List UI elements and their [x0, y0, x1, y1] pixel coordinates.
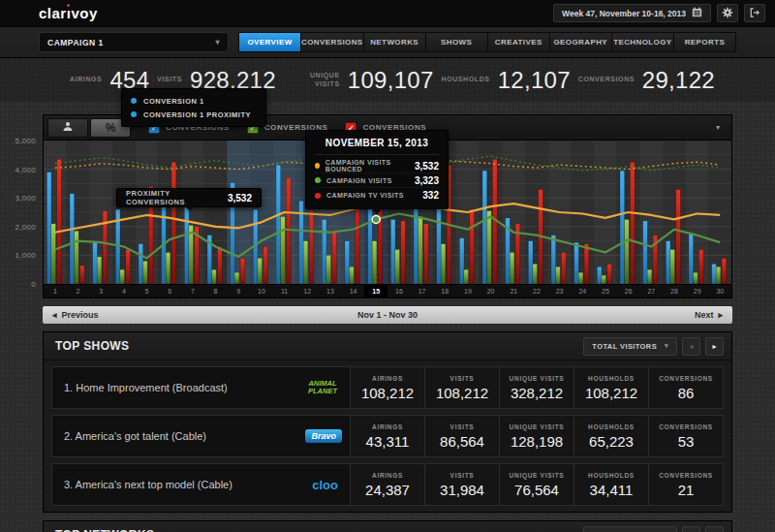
- tooltip-label: PROXIMITY CONVERSIONS: [126, 189, 228, 206]
- x-label-day-24[interactable]: 24: [571, 285, 594, 297]
- x-label-day-28[interactable]: 28: [663, 285, 686, 297]
- tooltip-row: CAMPAIGN VISITS BOUNCED3,532: [315, 159, 439, 173]
- section-title: TOP SHOWS: [55, 339, 130, 353]
- x-label-day-25[interactable]: 25: [594, 285, 617, 297]
- audience-toggle-button[interactable]: [47, 118, 88, 138]
- show-row[interactable]: 3. America's next top model (Cable)clooA…: [51, 463, 724, 506]
- app-logo: clarıvoy: [39, 5, 98, 21]
- top-shows-list: 1. Home Improvement (Broadcast)ANIMAL PL…: [44, 366, 731, 506]
- x-label-day-15[interactable]: 15: [364, 285, 388, 297]
- x-label-day-29[interactable]: 29: [686, 285, 709, 297]
- x-label-day-9[interactable]: 9: [227, 285, 250, 297]
- tooltip-row-label: CAMPAIGN TV VISITS: [326, 192, 404, 199]
- page-right-button[interactable]: ▸: [705, 337, 724, 356]
- top-shows-controls: TOTAL VISITORS ▾ ◂ ▸: [583, 337, 724, 356]
- x-label-day-30[interactable]: 30: [708, 285, 731, 297]
- metric-airings: AIRINGS43,311: [351, 416, 424, 456]
- series-dot-icon: [315, 177, 321, 183]
- metric-unique-visits: UNIQUE VISITS128,198: [499, 416, 574, 456]
- x-label-day-8[interactable]: 8: [204, 285, 228, 297]
- previous-button[interactable]: ◂ Previous: [52, 310, 99, 320]
- metric-value: 108,212: [436, 385, 488, 401]
- tab-creatives[interactable]: CREATIVES: [488, 32, 550, 52]
- x-label-day-21[interactable]: 21: [502, 285, 525, 297]
- x-label-day-4[interactable]: 4: [112, 285, 136, 297]
- y-tick-0: 0: [31, 280, 36, 289]
- tooltip-title: NOVEMBER 15, 2013: [315, 138, 439, 155]
- tab-reports[interactable]: REPORTS: [674, 32, 736, 52]
- tab-geography[interactable]: GEOGRAPHY: [550, 32, 612, 52]
- metric-label: CONVERSIONS: [659, 472, 713, 479]
- total-visitors-selector[interactable]: TOTAL VISITORS ▾: [583, 337, 677, 356]
- calendar-icon: [692, 7, 702, 19]
- show-row[interactable]: 1. Home Improvement (Broadcast)ANIMAL PL…: [51, 366, 724, 409]
- x-label-day-1[interactable]: 1: [44, 285, 67, 297]
- metric-value: 76,564: [514, 482, 559, 498]
- campaign-label: CAMPAIGN 1: [47, 38, 104, 47]
- page-left-button[interactable]: ◂: [682, 526, 700, 532]
- logout-button[interactable]: [744, 4, 765, 22]
- x-label-day-22[interactable]: 22: [525, 285, 548, 297]
- x-label-day-2[interactable]: 2: [67, 285, 90, 297]
- y-tick-3000: 3,000: [15, 194, 36, 203]
- show-name: 3. America's next top model (Cable): [52, 464, 312, 505]
- chart-options-caret-icon[interactable]: ▾: [716, 123, 724, 132]
- x-label-day-18[interactable]: 18: [433, 285, 456, 297]
- x-label-day-12[interactable]: 12: [295, 285, 319, 297]
- x-label-day-14[interactable]: 14: [342, 285, 365, 297]
- page-right-button[interactable]: ▸: [705, 526, 724, 532]
- total-visitors-selector[interactable]: TOTAL VISITORS ▾: [583, 526, 677, 532]
- x-label-day-26[interactable]: 26: [617, 285, 640, 297]
- x-label-day-6[interactable]: 6: [158, 285, 181, 297]
- x-label-day-19[interactable]: 19: [456, 285, 480, 297]
- legend-item[interactable]: CONVERSION 1: [131, 94, 257, 108]
- tab-shows[interactable]: SHOWS: [426, 32, 488, 52]
- y-tick-1000: 1,000: [15, 251, 36, 260]
- tooltip-value: 3,532: [228, 193, 252, 203]
- metric-label: HOUSHOLDS: [588, 472, 635, 479]
- tab-technology[interactable]: TECHNOLOGY: [612, 32, 674, 52]
- page-left-button[interactable]: ◂: [682, 337, 700, 356]
- x-label-day-3[interactable]: 3: [89, 285, 112, 297]
- x-label-day-20[interactable]: 20: [480, 285, 503, 297]
- tab-conversions[interactable]: CONVERSIONS: [301, 32, 364, 52]
- x-label-day-27[interactable]: 27: [639, 285, 663, 297]
- selector-label: TOTAL VISITORS: [592, 342, 657, 351]
- settings-button[interactable]: [717, 4, 738, 22]
- x-label-day-5[interactable]: 5: [136, 285, 159, 297]
- x-label-day-10[interactable]: 10: [250, 285, 273, 297]
- bravo-logo: Bravo: [305, 416, 342, 456]
- show-row[interactable]: 2. America's got talent (Cable)BravoAIRI…: [51, 415, 724, 457]
- metric-label: UNIQUE VISITS: [510, 375, 565, 382]
- campaign-selector[interactable]: CAMPAIGN 1 ▾: [39, 32, 229, 52]
- date-tooltip: NOVEMBER 15, 2013 CAMPAIGN VISITS BOUNCE…: [305, 130, 449, 209]
- x-label-day-16[interactable]: 16: [388, 285, 411, 297]
- series-dot-icon: [131, 111, 137, 117]
- metric-label: AIRINGS: [372, 472, 403, 479]
- legend-items: CONVERSION 1CONVERSION 1 PROXIMITY: [131, 94, 257, 121]
- tab-networks[interactable]: NETWORKS: [364, 32, 426, 52]
- stat-value: 29,122: [642, 67, 715, 94]
- person-icon: [61, 119, 75, 137]
- legend-item[interactable]: CONVERSION 1 PROXIMITY: [131, 108, 257, 121]
- metric-value: 86,564: [440, 433, 484, 450]
- top-networks-section: TOP NETWORKS TOTAL VISITORS ▾ ◂ ▸: [43, 520, 732, 532]
- x-label-day-7[interactable]: 7: [181, 285, 204, 297]
- y-tick-5000: 5,000: [15, 137, 36, 145]
- tooltip-row-label: CAMPAIGN VISITS: [326, 177, 392, 184]
- tab-overview[interactable]: OVERVIEW: [238, 32, 301, 52]
- x-label-day-13[interactable]: 13: [319, 285, 342, 297]
- top-shows-section: TOP SHOWS TOTAL VISITORS ▾ ◂ ▸ 1. Home I…: [43, 331, 732, 513]
- next-button[interactable]: Next ▸: [695, 310, 723, 320]
- week-selector[interactable]: Week 47, November 10-16, 2013: [553, 4, 711, 22]
- x-label-day-23[interactable]: 23: [548, 285, 572, 297]
- metric-airings: AIRINGS108,212: [351, 367, 424, 408]
- x-label-day-11[interactable]: 11: [273, 285, 296, 297]
- top-networks-header: TOP NETWORKS TOTAL VISITORS ▾ ◂ ▸: [44, 521, 731, 532]
- metric-visits: VISITS31,984: [424, 464, 499, 505]
- stat-value: 109,107: [348, 67, 434, 94]
- metric-label: VISITS: [450, 472, 475, 479]
- logo-i-dot: ı: [67, 5, 72, 21]
- x-label-day-17[interactable]: 17: [411, 285, 434, 297]
- logout-icon: [749, 5, 760, 22]
